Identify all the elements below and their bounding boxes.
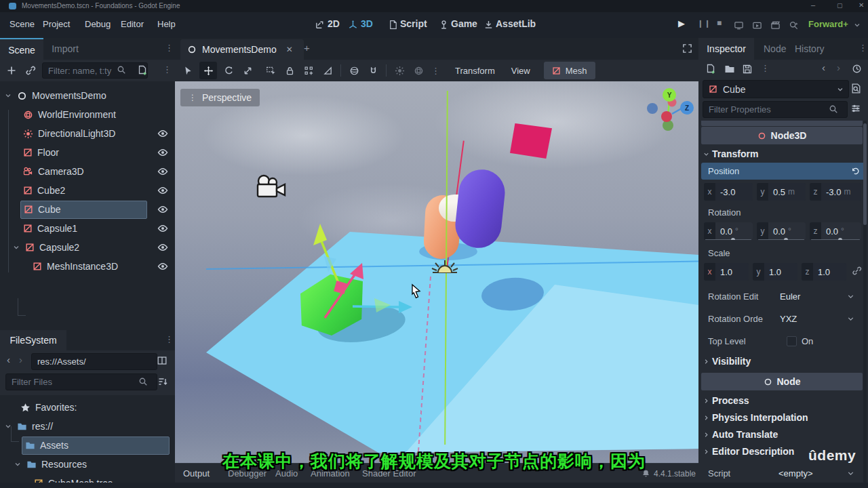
rotation-z-field[interactable]: z 0.0 ° [810, 222, 861, 240]
visibility-eye-icon[interactable] [157, 204, 168, 215]
visibility-eye-icon[interactable] [157, 128, 168, 139]
play-button[interactable]: ▶ [678, 18, 685, 28]
add-node-icon[interactable] [6, 65, 17, 76]
position-y-field[interactable]: y 0.5 m [757, 183, 806, 201]
node-selector[interactable]: Cube [703, 80, 849, 98]
visibility-eye-icon[interactable] [157, 261, 168, 272]
inspector-scrollbar-thumb[interactable] [863, 123, 867, 225]
menu-project[interactable]: Project [43, 19, 70, 29]
inspector-menu-icon[interactable]: ⋮ [859, 43, 867, 53]
attach-script-icon[interactable] [137, 65, 148, 76]
profiler-search-icon[interactable] [789, 20, 799, 30]
pause-button[interactable]: ❙❙ [697, 19, 711, 28]
scene-tree-menu-icon[interactable]: ⋮ [163, 64, 172, 75]
top-level-checkbox[interactable] [787, 336, 797, 346]
environment-preview-button[interactable] [410, 62, 427, 79]
snap-toggle-button[interactable] [364, 62, 382, 79]
stop-button[interactable]: ■ [717, 18, 722, 28]
select-tool-button[interactable] [179, 62, 197, 79]
workspace-3d[interactable]: 3D [361, 18, 373, 29]
movie-clapper-icon[interactable] [770, 20, 781, 30]
rotation-x-field[interactable]: x 0.0 ° [704, 222, 753, 240]
tree-row-capsule1[interactable]: Capsule1 [0, 219, 175, 238]
viewport-3d[interactable]: Y Z ⋮ Perspective [175, 81, 698, 463]
resource-extra-menu-icon[interactable]: ⋮ [761, 63, 770, 73]
scene-dock-menu-icon[interactable]: ⋮ [165, 43, 174, 53]
fs-row-favorites[interactable]: Favorites: [0, 398, 175, 417]
history-back-icon[interactable]: ‹ [7, 354, 10, 365]
tab-scene[interactable]: Scene [0, 38, 43, 61]
tree-row-floor[interactable]: Floor [0, 143, 175, 162]
scale-z-field[interactable]: z 1.0 [802, 263, 846, 281]
transform-menu[interactable]: Transform [455, 66, 495, 76]
section-visibility[interactable]: Visibility [712, 356, 751, 367]
rotation-edit-value[interactable]: Euler [780, 291, 800, 302]
scale-x-field[interactable]: x 1.0 [704, 263, 749, 281]
minimize-button[interactable]: – [811, 1, 815, 9]
camera-gizmo-icon[interactable] [258, 176, 285, 197]
perspective-menu-button[interactable]: ⋮ Perspective [180, 89, 260, 106]
tree-row-directionallight3d[interactable]: DirectionalLight3D [0, 124, 175, 143]
visibility-eye-icon[interactable] [157, 185, 168, 196]
tab-import[interactable]: Import [43, 38, 87, 60]
workspace-2d[interactable]: 2D [328, 18, 340, 29]
file-sort-icon[interactable] [157, 376, 168, 387]
workspace-script[interactable]: Script [400, 18, 427, 29]
tree-row-worldenvironment[interactable]: WorldEnvironment [0, 105, 175, 124]
view-menu[interactable]: View [511, 66, 530, 76]
expand-chevron-icon[interactable] [12, 243, 20, 251]
tab-inspector[interactable]: Inspector [698, 38, 754, 60]
renderer-selector[interactable]: Forward+ [808, 19, 848, 29]
mesh-menu[interactable]: Mesh [544, 62, 595, 79]
tree-row-meshinstance3d[interactable]: MeshInstance3D [0, 257, 175, 276]
expand-chevron-icon[interactable] [4, 92, 12, 100]
list-select-button[interactable] [262, 62, 279, 79]
menu-scene[interactable]: Scene [9, 19, 35, 29]
rotate-tool-button[interactable] [220, 62, 237, 79]
filesystem-menu-icon[interactable]: ⋮ [165, 334, 174, 344]
save-resource-icon[interactable] [742, 64, 753, 75]
new-scene-tab-icon[interactable]: + [304, 42, 310, 54]
path-field[interactable]: res://Assets/ [31, 353, 157, 370]
tree-row-camera3d[interactable]: Camera3D [0, 162, 175, 181]
ruler-tool-button[interactable] [319, 62, 336, 79]
section-process[interactable]: Process [712, 395, 749, 406]
load-resource-icon[interactable] [724, 64, 735, 75]
tab-node[interactable]: Node [764, 43, 786, 54]
scale-link-icon[interactable] [852, 266, 862, 276]
remote-debug-icon[interactable] [734, 20, 744, 30]
tab-filesystem[interactable]: FileSystem [0, 330, 66, 350]
menu-help[interactable]: Help [157, 19, 176, 29]
section-node[interactable]: Node [701, 373, 863, 390]
position-property-row[interactable]: Position [701, 163, 867, 180]
movie-maker-icon[interactable] [752, 20, 762, 30]
section-auto-translate[interactable]: Auto Translate [712, 429, 778, 440]
tree-row-cube2[interactable]: Cube2 [0, 181, 175, 200]
filter-properties-input[interactable] [703, 101, 848, 118]
close-button[interactable]: ✕ [859, 1, 864, 9]
sun-env-menu-icon[interactable]: ⋮ [431, 66, 440, 76]
scale-y-field[interactable]: y 1.0 [753, 263, 797, 281]
new-resource-icon[interactable] [705, 64, 716, 75]
fs-row-res[interactable]: res:// [0, 417, 175, 436]
tree-row-cube-selected[interactable]: Cube [0, 200, 175, 219]
group-node-button[interactable] [300, 62, 317, 79]
tab-history[interactable]: History [795, 43, 825, 54]
scene-tab-movementsdemo[interactable]: MovementsDemo ✕ [180, 39, 304, 60]
menu-editor[interactable]: Editor [121, 19, 144, 29]
workspace-assetlib[interactable]: AssetLib [496, 18, 536, 29]
rotation-order-value[interactable]: YXZ [780, 314, 797, 324]
sun-preview-button[interactable] [391, 62, 408, 79]
expand-viewport-icon[interactable] [682, 43, 692, 54]
section-node3d[interactable]: Node3D [701, 127, 863, 144]
expand-chevron-icon[interactable] [4, 422, 12, 430]
lock-node-button[interactable] [281, 62, 298, 79]
position-x-field[interactable]: x -3.0 [704, 183, 753, 201]
scale-tool-button[interactable] [239, 62, 256, 79]
position-z-field[interactable]: z -3.0 m [810, 183, 861, 201]
open-docs-icon[interactable] [850, 83, 862, 94]
menu-debug[interactable]: Debug [85, 19, 111, 29]
close-tab-icon[interactable]: ✕ [286, 45, 293, 54]
history-forward-icon[interactable]: › [19, 354, 22, 365]
revert-position-icon[interactable] [850, 167, 860, 176]
